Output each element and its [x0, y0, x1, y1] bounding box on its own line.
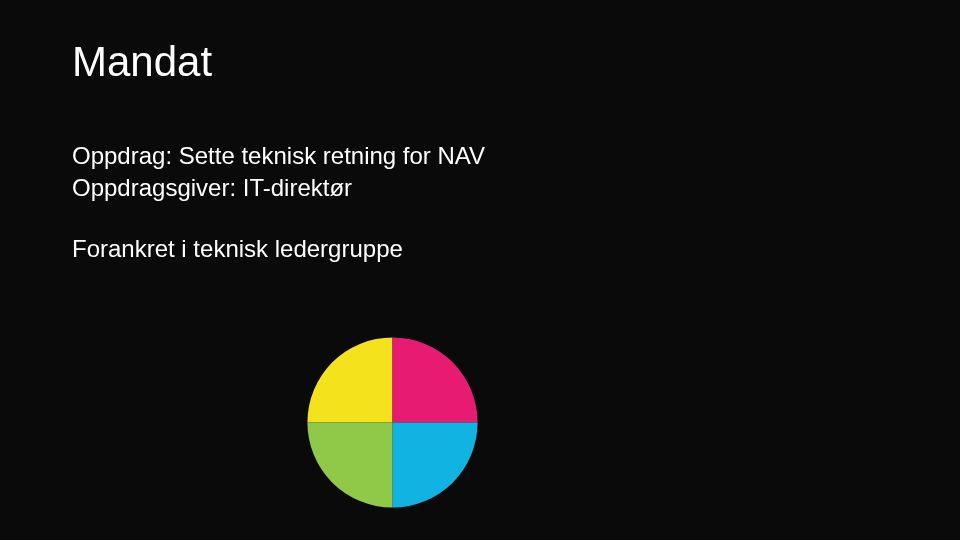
pie-slice — [393, 337, 478, 422]
pie-slice — [307, 423, 392, 508]
body-line-3: Forankret i teknisk ledergruppe — [72, 233, 485, 265]
pie-chart — [300, 330, 485, 515]
body-line-1: Oppdrag: Sette teknisk retning for NAV — [72, 140, 485, 172]
pie-slice — [307, 337, 392, 422]
slide-body: Oppdrag: Sette teknisk retning for NAV O… — [72, 140, 485, 265]
pie-chart-svg — [300, 330, 485, 515]
body-line-2: Oppdragsgiver: IT-direktør — [72, 172, 485, 204]
pie-slice — [393, 423, 478, 508]
slide-title: Mandat — [72, 38, 212, 86]
